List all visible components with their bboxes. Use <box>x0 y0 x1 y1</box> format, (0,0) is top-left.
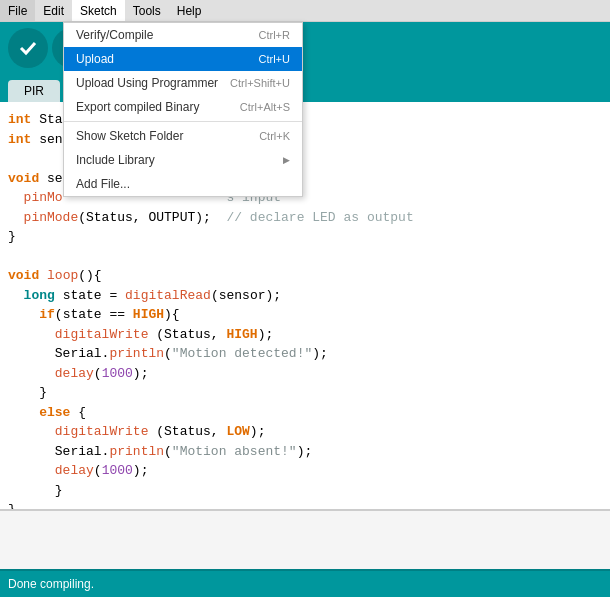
menu-tools[interactable]: Tools <box>125 0 169 21</box>
include-library-label: Include Library <box>76 153 155 167</box>
menu-export-binary[interactable]: Export compiled Binary Ctrl+Alt+S <box>64 95 302 119</box>
menu-verify[interactable]: Verify/Compile Ctrl+R <box>64 23 302 47</box>
code-line-21: } <box>4 500 606 509</box>
menu-show-folder[interactable]: Show Sketch Folder Ctrl+K <box>64 124 302 148</box>
verify-shortcut: Ctrl+R <box>259 29 290 41</box>
menu-include-library[interactable]: Include Library <box>64 148 302 172</box>
app-window: File Edit Sketch Tools Help Verify/Compi… <box>0 0 610 597</box>
code-line-10: long state = digitalRead(sensor); <box>4 286 606 306</box>
code-line-15: } <box>4 383 606 403</box>
menu-sketch[interactable]: Sketch <box>72 0 125 21</box>
show-folder-shortcut: Ctrl+K <box>259 130 290 142</box>
menu-edit[interactable]: Edit <box>35 0 72 21</box>
status-bar: Done compiling. <box>0 569 610 597</box>
code-line-20: } <box>4 481 606 501</box>
code-line-13: Serial.println("Motion detected!"); <box>4 344 606 364</box>
code-line-6: pinMode(Status, OUTPUT); // declare LED … <box>4 208 606 228</box>
verify-button[interactable] <box>8 28 48 68</box>
code-line-18: Serial.println("Motion absent!"); <box>4 442 606 462</box>
add-file-label: Add File... <box>76 177 130 191</box>
code-line-19: delay(1000); <box>4 461 606 481</box>
code-line-9: void loop(){ <box>4 266 606 286</box>
console-area <box>0 509 610 569</box>
export-binary-shortcut: Ctrl+Alt+S <box>240 101 290 113</box>
export-binary-label: Export compiled Binary <box>76 100 199 114</box>
upload-programmer-shortcut: Ctrl+Shift+U <box>230 77 290 89</box>
verify-label: Verify/Compile <box>76 28 153 42</box>
tab-pir[interactable]: PIR <box>8 80 60 102</box>
upload-shortcut: Ctrl+U <box>259 53 290 65</box>
upload-label: Upload <box>76 52 114 66</box>
code-line-12: digitalWrite (Status, HIGH); <box>4 325 606 345</box>
menu-upload[interactable]: Upload Ctrl+U <box>64 47 302 71</box>
dropdown-divider-1 <box>64 121 302 122</box>
code-line-7: } <box>4 227 606 247</box>
status-message: Done compiling. <box>8 577 94 591</box>
menu-bar: File Edit Sketch Tools Help <box>0 0 610 22</box>
code-line-8 <box>4 247 606 267</box>
menu-file[interactable]: File <box>0 0 35 21</box>
menu-upload-programmer[interactable]: Upload Using Programmer Ctrl+Shift+U <box>64 71 302 95</box>
code-line-14: delay(1000); <box>4 364 606 384</box>
show-folder-label: Show Sketch Folder <box>76 129 183 143</box>
sketch-dropdown: Verify/Compile Ctrl+R Upload Ctrl+U Uplo… <box>63 22 303 197</box>
checkmark-icon <box>18 38 38 58</box>
upload-programmer-label: Upload Using Programmer <box>76 76 218 90</box>
code-line-16: else { <box>4 403 606 423</box>
code-line-17: digitalWrite (Status, LOW); <box>4 422 606 442</box>
menu-help[interactable]: Help <box>169 0 210 21</box>
code-line-11: if(state == HIGH){ <box>4 305 606 325</box>
menu-add-file[interactable]: Add File... <box>64 172 302 196</box>
